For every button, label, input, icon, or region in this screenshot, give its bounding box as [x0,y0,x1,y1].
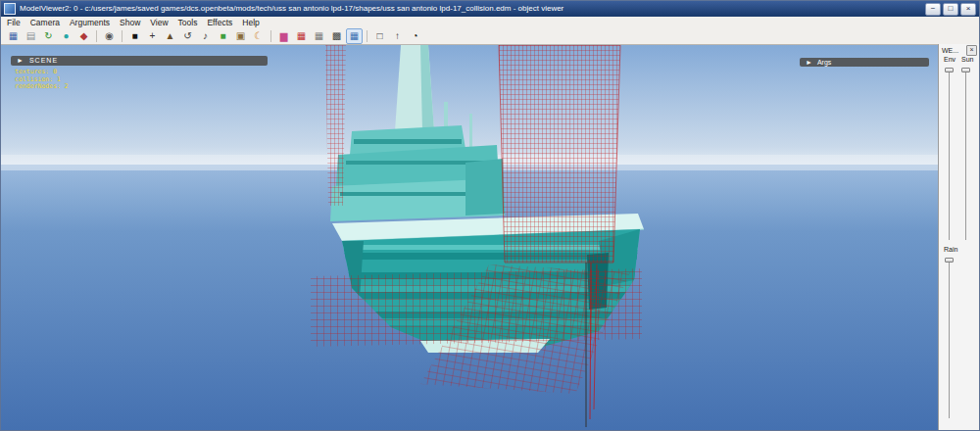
scene-canvas [1,45,940,431]
reload-model-icon[interactable]: ↻ [40,28,57,44]
menu-tools[interactable]: Tools [178,18,198,27]
menu-camera[interactable]: Camera [30,18,60,27]
window-controls: − □ × [925,3,976,16]
scene-info-line: renderNodes: 2 [15,83,69,91]
toolbar-separator [96,30,97,42]
toolbar-separator [367,30,368,42]
env-label: Env [944,56,956,63]
scene-panel-header[interactable]: ► SCENE [11,56,268,66]
rain-slider-handle[interactable] [945,258,954,263]
menu-view[interactable]: View [150,18,168,27]
maximize-button[interactable]: □ [943,3,958,16]
frame-icon[interactable]: □ [371,28,388,44]
boxes-icon[interactable]: ▣ [232,28,249,44]
weather-close-button[interactable]: × [966,45,977,56]
rotate-view-icon[interactable]: ↺ [179,28,196,44]
viewport-3d[interactable]: ► SCENE textures: 0 collision: 1 renderN… [1,45,940,431]
menu-show[interactable]: Show [120,18,140,27]
toolbar: ▦▤↻●◆◉■+▲↺♪■▣☾▆▦▦▩▦□↑◔ [1,28,979,45]
minimize-button[interactable]: − [925,3,941,16]
sun-label: Sun [961,56,973,63]
args-expand-arrow-icon: ► [806,58,812,67]
open-model-icon[interactable]: ▦ [5,28,22,44]
menu-arguments[interactable]: Arguments [70,18,110,27]
weather-panel-title: WE... [942,47,958,54]
env-slider[interactable] [945,68,954,240]
args-panel-title: Args [817,58,831,67]
env-slider-handle[interactable] [945,68,954,72]
menu-effects[interactable]: Effects [207,18,232,27]
cube-icon[interactable]: ■ [215,28,231,44]
sphere-preview-icon[interactable]: ● [58,28,74,44]
sound-icon[interactable]: ♪ [197,28,214,44]
night-mode-icon[interactable]: ☾ [250,28,267,44]
title-bar[interactable]: ModelViewer2: 0 - c:/users/james/saved g… [1,1,979,17]
save-icon[interactable]: ▤ [23,28,39,44]
window-title: ModelViewer2: 0 - c:/users/james/saved g… [20,1,921,17]
material-icon[interactable]: ◆ [75,28,92,44]
modelviewer-window: ModelViewer2: 0 - c:/users/james/saved g… [0,0,980,431]
stats-chart-icon[interactable]: ▆ [275,28,292,44]
args-panel-header[interactable]: ► Args [800,58,929,67]
rain-slider[interactable] [945,258,954,418]
menu-file[interactable]: File [7,18,21,27]
rain-label: Rain [944,246,957,253]
scene-expand-arrow-icon: ► [17,56,24,66]
background-color-icon[interactable]: ■ [126,28,143,44]
scene-info-overlay: textures: 0 collision: 1 renderNodes: 2 [15,69,69,91]
sun-slider-handle[interactable] [961,68,970,72]
weather-panel: WE... × Env Sun Rain [938,44,979,431]
close-button[interactable]: × [960,3,976,16]
pivot-axes-icon[interactable]: + [144,28,161,44]
scene-panel-title: SCENE [29,56,58,66]
time-icon[interactable]: ◔ [407,28,423,44]
tripod-icon[interactable]: ▲ [162,28,178,44]
collision-grid-icon[interactable]: ▦ [293,28,310,44]
sun-slider[interactable] [961,68,970,240]
toolbar-separator [270,30,271,42]
screenshot-icon[interactable]: ◉ [101,28,118,44]
menu-help[interactable]: Help [242,18,259,27]
export-icon[interactable]: ↑ [389,28,406,44]
app-icon [4,3,16,15]
wire-grid-icon[interactable]: ▦ [311,28,327,44]
blue-grid-icon[interactable]: ▦ [346,28,363,44]
checker-icon[interactable]: ▩ [328,28,345,44]
toolbar-separator [122,30,122,42]
